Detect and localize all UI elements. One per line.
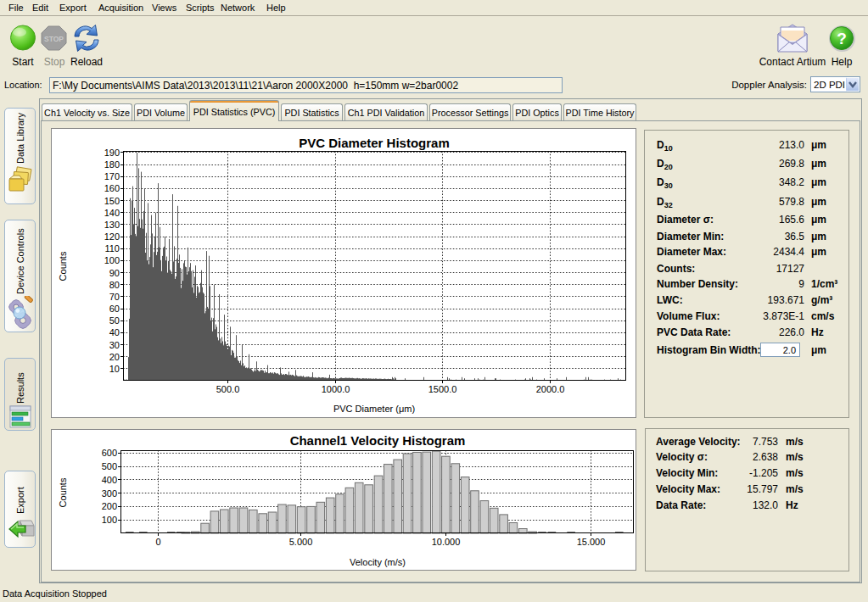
svg-text:Counts: Counts bbox=[58, 477, 68, 507]
svg-text:STOP: STOP bbox=[44, 35, 64, 43]
svg-text:160: 160 bbox=[104, 183, 120, 193]
svg-text:10.000: 10.000 bbox=[432, 537, 461, 547]
svg-text:300: 300 bbox=[102, 488, 117, 499]
svg-text:2000.0: 2000.0 bbox=[536, 384, 565, 394]
svg-text:1000.0: 1000.0 bbox=[322, 384, 350, 394]
svg-text:10: 10 bbox=[109, 364, 120, 374]
svg-text:Channel1 Velocity Histogram: Channel1 Velocity Histogram bbox=[290, 433, 466, 448]
svg-text:70: 70 bbox=[109, 292, 120, 302]
svg-text:Velocity (m/s): Velocity (m/s) bbox=[350, 557, 406, 567]
svg-text:190: 190 bbox=[104, 148, 120, 158]
svg-text:50: 50 bbox=[109, 315, 120, 326]
svg-text:150: 150 bbox=[104, 196, 120, 206]
svg-text:20: 20 bbox=[109, 352, 120, 362]
svg-text:100: 100 bbox=[102, 515, 117, 525]
svg-text:Counts: Counts bbox=[58, 251, 68, 281]
svg-text:500: 500 bbox=[102, 461, 117, 471]
svg-text:40: 40 bbox=[109, 327, 120, 337]
svg-text:110: 110 bbox=[104, 243, 120, 254]
svg-text:600: 600 bbox=[102, 448, 117, 458]
svg-text:80: 80 bbox=[109, 280, 120, 290]
svg-text:100: 100 bbox=[104, 255, 120, 265]
svg-text:5.000: 5.000 bbox=[289, 537, 313, 547]
svg-text:?: ? bbox=[837, 30, 847, 47]
svg-text:400: 400 bbox=[102, 475, 117, 485]
svg-text:60: 60 bbox=[109, 304, 120, 314]
svg-text:15.000: 15.000 bbox=[577, 537, 606, 547]
svg-text:30: 30 bbox=[109, 340, 120, 350]
svg-text:PVC Diameter (μm): PVC Diameter (μm) bbox=[333, 404, 415, 414]
svg-text:500.0: 500.0 bbox=[216, 384, 240, 394]
svg-text:130: 130 bbox=[104, 220, 120, 230]
svg-text:170: 170 bbox=[104, 171, 120, 181]
svg-text:180: 180 bbox=[104, 159, 120, 170]
svg-text:0: 0 bbox=[155, 537, 160, 547]
svg-text:120: 120 bbox=[104, 231, 120, 242]
svg-text:PVC Diameter Histogram: PVC Diameter Histogram bbox=[299, 136, 450, 150]
svg-text:200: 200 bbox=[102, 501, 117, 511]
svg-text:1500.0: 1500.0 bbox=[428, 384, 457, 394]
svg-text:90: 90 bbox=[109, 268, 120, 278]
svg-text:140: 140 bbox=[104, 208, 120, 218]
